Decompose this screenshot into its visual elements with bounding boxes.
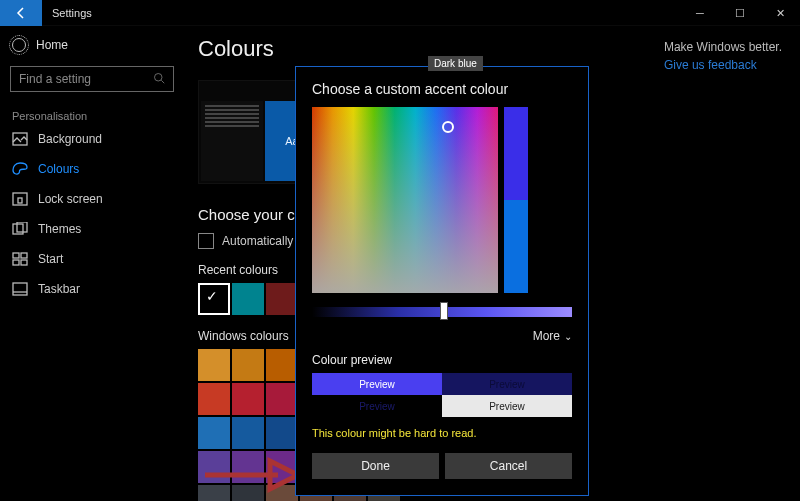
- svg-rect-7: [21, 253, 27, 258]
- colour-swatch[interactable]: [198, 383, 230, 415]
- home-label: Home: [36, 38, 68, 52]
- colour-swatch[interactable]: [232, 417, 264, 449]
- feedback-heading: Make Windows better.: [664, 40, 782, 54]
- colour-swatch[interactable]: [232, 349, 264, 381]
- svg-rect-10: [13, 283, 27, 295]
- maximize-button[interactable]: ☐: [720, 0, 760, 26]
- colour-swatch[interactable]: [266, 383, 298, 415]
- dialog-title: Choose a custom accent colour: [312, 81, 572, 97]
- sidebar-item-label: Themes: [38, 222, 81, 236]
- palette-icon: [12, 162, 28, 176]
- colour-swatch[interactable]: [266, 349, 298, 381]
- colour-swatch[interactable]: [266, 451, 298, 483]
- colour-swatch[interactable]: [198, 283, 230, 315]
- themes-icon: [12, 222, 28, 236]
- colour-swatch[interactable]: [266, 283, 298, 315]
- taskbar-icon: [12, 282, 28, 296]
- search-placeholder: Find a setting: [19, 72, 91, 86]
- value-slider[interactable]: [312, 307, 572, 317]
- custom-colour-dialog: Choose a custom accent colour More⌄ Colo…: [295, 66, 589, 496]
- colour-swatch[interactable]: [232, 383, 264, 415]
- preview-cell: Preview: [312, 373, 442, 395]
- sidebar-item-label: Taskbar: [38, 282, 80, 296]
- sidebar-item-label: Lock screen: [38, 192, 103, 206]
- more-toggle[interactable]: More⌄: [312, 325, 572, 353]
- sidebar-item-label: Background: [38, 132, 102, 146]
- sidebar-item-colours[interactable]: Colours: [0, 154, 184, 184]
- colour-swatch[interactable]: [266, 485, 298, 501]
- sidebar-item-label: Start: [38, 252, 63, 266]
- svg-point-0: [155, 73, 163, 81]
- colour-picker[interactable]: [312, 107, 498, 293]
- colour-swatch[interactable]: [198, 451, 230, 483]
- colour-swatch[interactable]: [232, 485, 264, 501]
- search-input[interactable]: Find a setting: [10, 66, 174, 92]
- readability-warning: This colour might be hard to read.: [312, 427, 572, 439]
- app-title: Settings: [52, 7, 92, 19]
- colour-swatch[interactable]: [198, 417, 230, 449]
- preview-cell: Preview: [442, 373, 572, 395]
- sidebar: Home Find a setting Personalisation Back…: [0, 26, 184, 501]
- svg-rect-9: [21, 260, 27, 265]
- svg-rect-6: [13, 253, 19, 258]
- section-header: Personalisation: [0, 100, 184, 124]
- sidebar-item-lockscreen[interactable]: Lock screen: [0, 184, 184, 214]
- colour-preview-label: Colour preview: [312, 353, 572, 367]
- checkbox-icon[interactable]: [198, 233, 214, 249]
- colour-swatch[interactable]: [232, 451, 264, 483]
- colour-swatch[interactable]: [198, 485, 230, 501]
- sidebar-item-taskbar[interactable]: Taskbar: [0, 274, 184, 304]
- picture-icon: [12, 132, 28, 146]
- preview-cell: Preview: [442, 395, 572, 417]
- cancel-button[interactable]: Cancel: [445, 453, 572, 479]
- start-icon: [12, 252, 28, 266]
- close-button[interactable]: ✕: [760, 0, 800, 26]
- colour-preview-grid: Preview Preview Preview Preview: [312, 373, 572, 417]
- home-link[interactable]: Home: [0, 32, 184, 58]
- colour-tooltip: Dark blue: [428, 56, 483, 71]
- colour-swatch[interactable]: [198, 349, 230, 381]
- preview-cell: Preview: [312, 395, 442, 417]
- hue-preview-bar: [504, 107, 528, 293]
- minimize-button[interactable]: ─: [680, 0, 720, 26]
- feedback-link[interactable]: Give us feedback: [664, 58, 782, 72]
- back-button[interactable]: [0, 0, 42, 26]
- lock-icon: [12, 192, 28, 206]
- sidebar-item-themes[interactable]: Themes: [0, 214, 184, 244]
- search-icon: [153, 72, 165, 87]
- sidebar-item-label: Colours: [38, 162, 79, 176]
- slider-thumb[interactable]: [440, 302, 448, 320]
- preview-startmenu: [201, 101, 263, 181]
- feedback-panel: Make Windows better. Give us feedback: [664, 40, 782, 72]
- sidebar-item-start[interactable]: Start: [0, 244, 184, 274]
- picker-cursor[interactable]: [442, 121, 454, 133]
- sidebar-item-background[interactable]: Background: [0, 124, 184, 154]
- done-button[interactable]: Done: [312, 453, 439, 479]
- colour-swatch[interactable]: [266, 417, 298, 449]
- colour-swatch[interactable]: [232, 283, 264, 315]
- title-bar: Settings ─ ☐ ✕: [0, 0, 800, 26]
- svg-rect-8: [13, 260, 19, 265]
- chevron-down-icon: ⌄: [564, 331, 572, 342]
- gear-icon: [12, 38, 26, 52]
- svg-rect-3: [18, 198, 22, 203]
